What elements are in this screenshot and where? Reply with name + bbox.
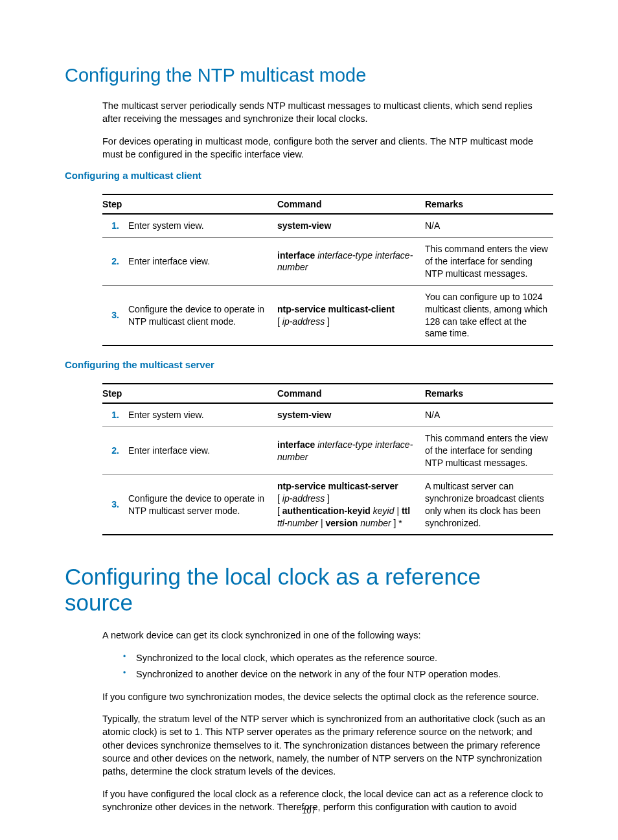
list-item: Synchronized to the local clock, which o… bbox=[123, 651, 553, 665]
paragraph: For devices operating in multicast mode,… bbox=[65, 135, 553, 161]
col-header-command: Command bbox=[277, 384, 425, 403]
remarks-cell: A multicast server can synchronize broad… bbox=[425, 474, 553, 535]
remarks-cell: N/A bbox=[425, 214, 553, 237]
step-text: Configure the device to operate in NTP m… bbox=[128, 474, 277, 535]
page-number: 107 bbox=[0, 806, 618, 815]
command-cell: interface interface-type interface-numbe… bbox=[277, 238, 425, 286]
table-row: 2. Enter interface view. interface inter… bbox=[102, 427, 553, 475]
command-cell: interface interface-type interface-numbe… bbox=[277, 427, 425, 475]
heading-multicast-client: Configuring a multicast client bbox=[65, 170, 553, 181]
step-number: 2. bbox=[102, 238, 128, 286]
command-cell: system-view bbox=[277, 403, 425, 426]
col-header-step: Step bbox=[102, 194, 277, 214]
remarks-cell: N/A bbox=[425, 403, 553, 426]
table-multicast-client: Step Command Remarks 1. Enter system vie… bbox=[102, 194, 553, 346]
col-header-remarks: Remarks bbox=[425, 194, 553, 214]
bullet-list: Synchronized to the local clock, which o… bbox=[65, 651, 553, 681]
table-row: 1. Enter system view. system-view N/A bbox=[102, 214, 553, 237]
col-header-command: Command bbox=[277, 194, 425, 214]
remarks-cell: This command enters the view of the inte… bbox=[425, 427, 553, 475]
page: Configuring the NTP multicast mode The m… bbox=[0, 0, 618, 840]
table-row: 2. Enter interface view. interface inter… bbox=[102, 238, 553, 286]
paragraph: The multicast server periodically sends … bbox=[65, 99, 553, 126]
step-number: 1. bbox=[102, 403, 128, 426]
heading-multicast-server: Configuring the multicast server bbox=[65, 359, 553, 370]
command-cell: ntp-service multicast-server[ ip-address… bbox=[277, 474, 425, 535]
table-row: 3. Configure the device to operate in NT… bbox=[102, 474, 553, 535]
remarks-cell: You can configure up to 1024 multicast c… bbox=[425, 285, 553, 345]
col-header-step: Step bbox=[102, 384, 277, 403]
step-number: 2. bbox=[102, 427, 128, 475]
heading-local-clock-reference: Configuring the local clock as a referen… bbox=[65, 564, 553, 616]
paragraph: If you configure two synchronization mod… bbox=[65, 690, 553, 703]
step-number: 1. bbox=[102, 214, 128, 237]
step-text: Configure the device to operate in NTP m… bbox=[128, 285, 277, 345]
step-text: Enter interface view. bbox=[128, 427, 277, 475]
step-number: 3. bbox=[102, 285, 128, 345]
remarks-cell: This command enters the view of the inte… bbox=[425, 238, 553, 286]
command-cell: ntp-service multicast-client[ ip-address… bbox=[277, 285, 425, 345]
paragraph: Typically, the stratum level of the NTP … bbox=[65, 712, 553, 778]
list-item: Synchronized to another device on the ne… bbox=[123, 668, 553, 681]
step-text: Enter system view. bbox=[128, 214, 277, 237]
table-multicast-server: Step Command Remarks 1. Enter system vie… bbox=[102, 383, 553, 535]
table-row: 3. Configure the device to operate in NT… bbox=[102, 285, 553, 345]
step-number: 3. bbox=[102, 474, 128, 535]
step-text: Enter system view. bbox=[128, 403, 277, 426]
heading-ntp-multicast-mode: Configuring the NTP multicast mode bbox=[65, 65, 553, 86]
col-header-remarks: Remarks bbox=[425, 384, 553, 403]
table-row: 1. Enter system view. system-view N/A bbox=[102, 403, 553, 426]
step-text: Enter interface view. bbox=[128, 238, 277, 286]
paragraph: A network device can get its clock synch… bbox=[65, 629, 553, 642]
command-cell: system-view bbox=[277, 214, 425, 237]
